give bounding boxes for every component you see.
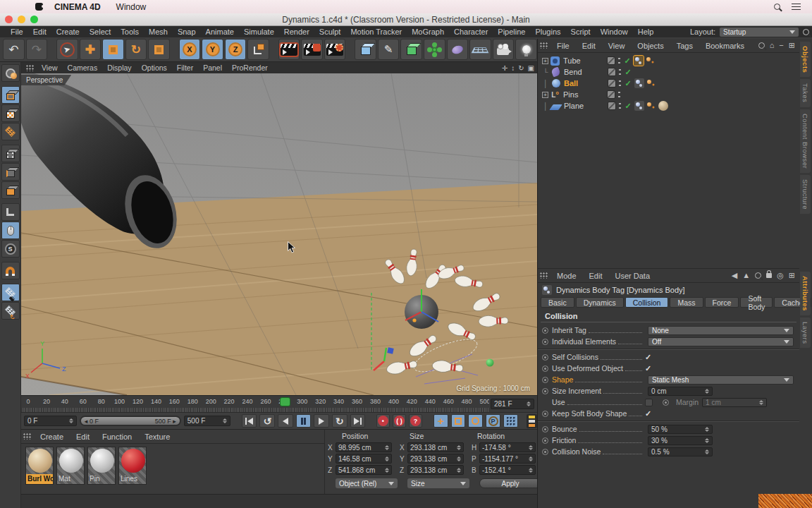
side-tab-layers[interactable]: Layers xyxy=(800,318,811,349)
om-menu-bookmarks[interactable]: Bookmarks xyxy=(699,42,751,50)
param-radio-icon[interactable] xyxy=(542,327,548,334)
menu-character[interactable]: Character xyxy=(449,28,493,36)
coord-field-rotation-p[interactable]: -1154.177 ° xyxy=(479,454,536,464)
add-panel-icon[interactable]: ⊞ xyxy=(789,272,795,279)
menu-edit[interactable]: Edit xyxy=(28,28,51,36)
om-menu-tags[interactable]: Tags xyxy=(670,42,699,50)
section-header[interactable]: Collision xyxy=(541,310,796,322)
model-mode-button[interactable] xyxy=(1,86,20,104)
lock-workplane-button[interactable] xyxy=(1,284,20,301)
visibility-dots-icon[interactable] xyxy=(618,102,622,110)
tab-dynamics[interactable]: Dynamics xyxy=(576,297,624,308)
history-back-icon[interactable]: ◀ xyxy=(732,272,737,279)
side-tab-content-browser[interactable]: Content Browser xyxy=(800,109,811,173)
stepper-icon[interactable] xyxy=(457,456,461,461)
panel-grip-icon[interactable] xyxy=(540,42,548,49)
dynamics-tag-icon[interactable] xyxy=(634,78,644,88)
dynamics-tag-icon[interactable] xyxy=(634,101,644,111)
param-radio-icon[interactable] xyxy=(542,354,548,361)
lock-x-button[interactable]: X xyxy=(179,39,201,60)
add-floor-button[interactable] xyxy=(469,39,491,60)
coord-field-position-y[interactable]: 146.58 cm xyxy=(336,454,392,464)
go-to-start-button[interactable] xyxy=(242,414,257,428)
menu-pipeline[interactable]: Pipeline xyxy=(493,28,530,36)
visibility-dots-icon[interactable] xyxy=(618,68,622,76)
app-menu[interactable]: CINEMA 4D xyxy=(54,2,101,12)
undo-button[interactable]: ↶ xyxy=(3,39,25,60)
param-dropdown[interactable]: None xyxy=(648,326,794,335)
add-mograph-button[interactable] xyxy=(424,39,445,60)
scale-button[interactable] xyxy=(102,39,124,60)
notification-center-icon[interactable] xyxy=(792,4,801,11)
menu-script[interactable]: Script xyxy=(566,28,596,36)
param-radio-icon[interactable] xyxy=(542,449,548,455)
object-axis-mode-button[interactable] xyxy=(1,203,20,221)
polygons-mode-button[interactable] xyxy=(1,181,20,199)
layer-swatch-icon[interactable] xyxy=(608,102,616,110)
param-dropdown[interactable]: Static Mesh xyxy=(648,375,794,385)
search-icon[interactable] xyxy=(755,272,761,279)
stepper-icon[interactable] xyxy=(529,445,533,450)
viewport-menu-display[interactable]: Display xyxy=(102,64,136,72)
viewport-menu-panel[interactable]: Panel xyxy=(198,64,227,72)
render-picture-viewer-button[interactable] xyxy=(301,39,323,60)
param-checkbox[interactable]: ✓ xyxy=(645,364,651,373)
coord-field-size-z[interactable]: 293.138 cm xyxy=(407,465,464,475)
am-menu-edit[interactable]: Edit xyxy=(583,272,609,280)
search-icon[interactable] xyxy=(758,42,765,49)
enabled-check-icon[interactable]: ✓ xyxy=(624,68,632,77)
dynamics-selected-tag-icon[interactable] xyxy=(634,56,644,66)
redo-button[interactable]: ↷ xyxy=(26,39,48,60)
margin-radio-icon[interactable] xyxy=(663,399,669,406)
enabled-check-icon[interactable]: ✓ xyxy=(623,56,632,66)
param-number-field[interactable]: 50 % xyxy=(648,425,713,434)
layout-dropdown[interactable]: Startup xyxy=(720,28,799,37)
stepper-icon[interactable] xyxy=(69,418,73,423)
object-row-plane[interactable]: │Plane✓ xyxy=(538,100,799,111)
render-view-button[interactable] xyxy=(278,39,300,60)
am-menu-user-data[interactable]: User Data xyxy=(609,272,657,280)
enabled-check-icon[interactable]: ✓ xyxy=(624,102,632,111)
previous-frame-button[interactable] xyxy=(278,414,293,428)
material-menu-function[interactable]: Function xyxy=(96,433,138,441)
last-tool-button[interactable] xyxy=(148,39,170,60)
stepper-icon[interactable] xyxy=(759,400,763,405)
record-options-button[interactable]: ? xyxy=(409,414,422,428)
expand-icon[interactable]: + xyxy=(542,58,548,64)
am-menu-mode[interactable]: Mode xyxy=(550,272,583,280)
menu-mesh[interactable]: Mesh xyxy=(144,28,173,36)
go-to-end-button[interactable] xyxy=(350,414,366,428)
panel-grip-icon[interactable] xyxy=(540,272,548,279)
material-menu-texture[interactable]: Texture xyxy=(138,433,176,441)
lock-icon[interactable] xyxy=(766,273,772,278)
add-spline-button[interactable]: ✎ xyxy=(378,39,400,60)
stepper-icon[interactable] xyxy=(457,445,461,450)
side-tab-takes[interactable]: Takes xyxy=(800,79,811,107)
stepper-icon[interactable] xyxy=(385,456,389,461)
current-frame-field[interactable]: 281 F xyxy=(491,399,534,409)
coordinate-system-button[interactable] xyxy=(247,39,269,60)
object-row-bend[interactable]: └Bend✓ xyxy=(538,66,799,78)
pause-button[interactable] xyxy=(296,414,312,428)
viewport-menu-cameras[interactable]: Cameras xyxy=(63,64,103,72)
add-generator-button[interactable] xyxy=(400,39,422,60)
viewport-menu-options[interactable]: Options xyxy=(137,64,172,72)
move-button[interactable]: ✚ xyxy=(80,39,102,60)
coord-field-position-z[interactable]: 541.868 cm xyxy=(336,465,392,475)
add-panel-icon[interactable]: ⊞ xyxy=(789,42,795,49)
home-icon[interactable]: ⌂ xyxy=(770,42,775,49)
apple-menu-icon[interactable] xyxy=(35,3,43,11)
points-mode-button[interactable] xyxy=(1,145,20,162)
material-menu-edit[interactable]: Edit xyxy=(70,433,96,441)
param-radio-icon[interactable] xyxy=(542,411,548,417)
viewport-menu-filter[interactable]: Filter xyxy=(172,64,198,72)
side-tab-objects[interactable]: Objects xyxy=(800,42,811,77)
coord-mode-dropdown[interactable]: Object (Rel) xyxy=(336,478,398,488)
tab-mass[interactable]: Mass xyxy=(670,297,703,308)
coord-field-rotation-h[interactable]: -174.58 ° xyxy=(479,442,536,452)
range-end-field[interactable]: 500 F xyxy=(184,416,230,426)
texture-mode-button[interactable] xyxy=(1,104,20,122)
param-radio-icon[interactable] xyxy=(542,399,548,406)
side-tab-attributes[interactable]: Attributes xyxy=(800,272,811,315)
om-menu-objects[interactable]: Objects xyxy=(631,42,670,50)
